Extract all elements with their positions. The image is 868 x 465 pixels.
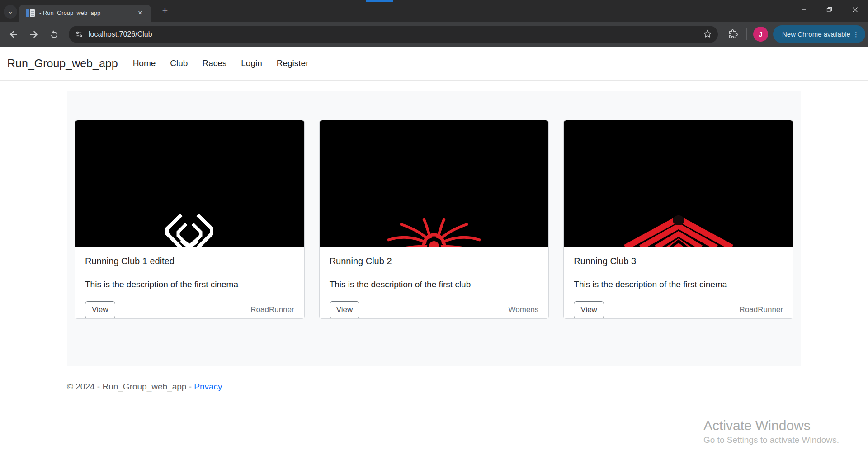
minimize-button[interactable] — [791, 0, 816, 19]
forward-icon — [28, 29, 39, 40]
tab-close-icon[interactable]: ✕ — [136, 9, 145, 18]
url-text[interactable]: localhost:7026/Club — [89, 26, 152, 43]
club-card-3: Running Club 3 This is the description o… — [563, 120, 793, 319]
club-badge: RoadRunner — [250, 305, 294, 314]
top-blue-strip — [366, 0, 393, 2]
club-title: Running Club 1 edited — [85, 256, 294, 266]
club-card-2: Running Club 2 This is the description o… — [319, 120, 549, 319]
red-geometric-spider-emblem-icon — [623, 215, 734, 247]
club-image-2 — [320, 120, 549, 247]
activate-windows-watermark: Activate Windows Go to Settings to activ… — [703, 418, 839, 445]
club-image-1 — [75, 120, 304, 247]
site-navbar: Run_Group_web_app Home Club Races Login … — [0, 47, 868, 81]
card-actions: View RoadRunner — [85, 301, 294, 318]
new-tab-button[interactable]: + — [158, 4, 172, 18]
extensions-button[interactable] — [728, 29, 738, 39]
navbar-brand[interactable]: Run_Group_web_app — [7, 57, 118, 70]
chrome-update-label: New Chrome available — [782, 25, 850, 43]
white-angular-spider-emblem-icon — [161, 213, 218, 247]
club-description: This is the description of the first clu… — [330, 280, 539, 289]
view-button[interactable]: View — [330, 301, 360, 318]
forward-button[interactable] — [28, 29, 39, 40]
privacy-link[interactable]: Privacy — [194, 382, 222, 391]
site-footer: © 2024 - Run_Group_web_app - Privacy — [0, 376, 868, 392]
close-icon — [852, 7, 858, 13]
card-body: Running Club 3 This is the description o… — [564, 247, 793, 318]
chrome-update-chip[interactable]: New Chrome available ⋮ — [773, 25, 865, 43]
nav-link-races[interactable]: Races — [195, 55, 234, 72]
restore-icon — [826, 7, 832, 13]
plus-icon: + — [162, 5, 168, 16]
club-title: Running Club 3 — [574, 256, 783, 266]
nav-link-club[interactable]: Club — [163, 55, 195, 72]
profile-avatar[interactable]: J — [753, 27, 768, 42]
card-actions: View Womens — [330, 301, 539, 318]
minimize-icon — [801, 7, 807, 12]
red-spider-emblem-icon — [377, 208, 491, 247]
view-button[interactable]: View — [574, 301, 604, 318]
web-page: Run_Group_web_app Home Club Races Login … — [0, 47, 868, 465]
card-body: Running Club 1 edited This is the descri… — [75, 247, 304, 318]
club-title: Running Club 2 — [330, 256, 539, 266]
site-info-icon[interactable] — [75, 30, 84, 39]
reload-icon — [49, 29, 60, 40]
club-list-section: Running Club 1 edited This is the descri… — [67, 91, 801, 366]
navbar-links: Home Club Races Login Register — [126, 55, 316, 72]
address-bar[interactable]: localhost:7026/Club — [69, 26, 718, 43]
tab-search-button[interactable]: ⌄ — [4, 5, 17, 19]
club-cards-row: Running Club 1 edited This is the descri… — [75, 120, 793, 319]
tab-strip: ⌄ - Run_Group_web_app ✕ + — [0, 0, 868, 22]
close-window-button[interactable] — [842, 0, 868, 19]
back-button[interactable] — [8, 29, 19, 40]
copyright-text: © 2024 - Run_Group_web_app - — [67, 382, 192, 391]
view-button[interactable]: View — [85, 301, 115, 318]
reload-button[interactable] — [49, 29, 60, 40]
toolbar-separator — [746, 28, 747, 40]
watermark-subtitle: Go to Settings to activate Windows. — [703, 435, 839, 445]
restore-button[interactable] — [816, 0, 842, 19]
card-actions: View RoadRunner — [574, 301, 783, 318]
club-badge: Womens — [509, 305, 539, 314]
puzzle-icon — [728, 29, 738, 39]
back-icon — [8, 29, 19, 40]
tab-title: - Run_Group_web_app — [39, 5, 134, 22]
club-description: This is the description of the first cin… — [85, 280, 294, 289]
kebab-menu-icon[interactable]: ⋮ — [853, 25, 859, 43]
nav-link-register[interactable]: Register — [269, 55, 316, 72]
nav-link-home[interactable]: Home — [126, 55, 163, 72]
browser-toolbar: localhost:7026/Club J New Chrome availab… — [0, 22, 868, 47]
card-body: Running Club 2 This is the description o… — [320, 247, 549, 318]
browser-window: ⌄ - Run_Group_web_app ✕ + — [0, 0, 868, 465]
nav-link-login[interactable]: Login — [234, 55, 269, 72]
chevron-down-icon: ⌄ — [8, 7, 14, 15]
club-image-3 — [564, 120, 793, 247]
club-description: This is the description of the first cin… — [574, 280, 783, 289]
watermark-title: Activate Windows — [703, 418, 839, 433]
browser-tab[interactable]: - Run_Group_web_app ✕ — [19, 5, 151, 22]
club-badge: RoadRunner — [740, 305, 783, 314]
bookmark-star-icon[interactable] — [703, 29, 713, 40]
club-card-1: Running Club 1 edited This is the descri… — [75, 120, 305, 319]
page-favicon-icon — [26, 9, 35, 18]
